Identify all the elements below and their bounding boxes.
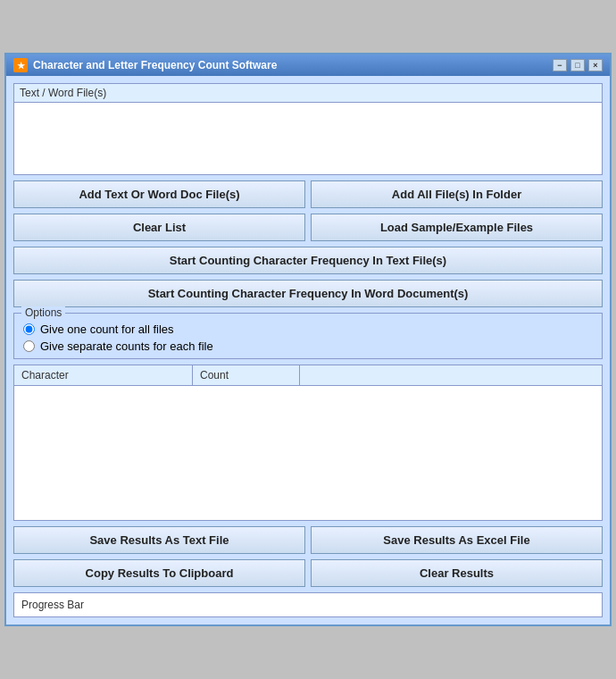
clear-load-row: Clear List Load Sample/Example Files (13, 214, 603, 241)
results-body[interactable] (14, 386, 602, 520)
col-extra (300, 365, 602, 385)
app-icon: ★ (13, 58, 28, 72)
close-button[interactable]: × (588, 59, 603, 71)
add-buttons-row: Add Text Or Word Doc File(s) Add All Fil… (13, 180, 603, 208)
title-bar-controls: − □ × (553, 59, 603, 71)
load-sample-button[interactable]: Load Sample/Example Files (311, 214, 603, 241)
progress-label: Progress Bar (21, 599, 84, 611)
clear-results-button[interactable]: Clear Results (311, 559, 603, 587)
window-content: Text / Word File(s) Add Text Or Word Doc… (6, 76, 610, 625)
start-word-row: Start Counting Character Frequency In Wo… (13, 280, 603, 307)
copy-clear-row: Copy Results To Clipboard Clear Results (13, 559, 603, 587)
add-text-button[interactable]: Add Text Or Word Doc File(s) (13, 180, 305, 208)
radio-one-count-input[interactable] (23, 323, 35, 335)
progress-section: Progress Bar (13, 592, 603, 617)
results-table: Character Count (13, 365, 603, 521)
file-list-section: Text / Word File(s) (13, 83, 603, 175)
radio-separate-input[interactable] (23, 340, 35, 352)
radio-separate-label: Give separate counts for each file (40, 340, 213, 353)
window-title: Character and Letter Frequency Count Sof… (33, 59, 277, 71)
radio-one-count: Give one count for all files (23, 323, 593, 336)
add-all-button[interactable]: Add All File(s) In Folder (311, 180, 603, 208)
title-bar: ★ Character and Letter Frequency Count S… (6, 54, 610, 76)
options-group: Options Give one count for all files Giv… (13, 313, 603, 359)
file-list-header: Text / Word File(s) (14, 84, 602, 103)
col-count: Count (193, 365, 300, 385)
col-character: Character (14, 365, 193, 385)
radio-separate: Give separate counts for each file (23, 340, 593, 353)
options-legend: Options (21, 306, 65, 319)
file-list-area[interactable] (14, 103, 602, 174)
copy-clipboard-button[interactable]: Copy Results To Clipboard (13, 559, 305, 587)
title-bar-left: ★ Character and Letter Frequency Count S… (13, 58, 277, 72)
minimize-button[interactable]: − (553, 59, 567, 71)
start-word-button[interactable]: Start Counting Character Frequency In Wo… (13, 280, 603, 307)
save-buttons-row: Save Results As Text File Save Results A… (13, 526, 603, 554)
maximize-button[interactable]: □ (570, 59, 585, 71)
start-text-row: Start Counting Character Frequency In Te… (13, 247, 603, 274)
save-excel-button[interactable]: Save Results As Excel File (311, 526, 603, 554)
start-text-button[interactable]: Start Counting Character Frequency In Te… (13, 247, 603, 274)
radio-one-count-label: Give one count for all files (40, 323, 174, 336)
save-text-button[interactable]: Save Results As Text File (13, 526, 305, 554)
main-window: ★ Character and Letter Frequency Count S… (4, 53, 612, 626)
clear-list-button[interactable]: Clear List (13, 214, 305, 241)
results-header: Character Count (14, 365, 602, 386)
